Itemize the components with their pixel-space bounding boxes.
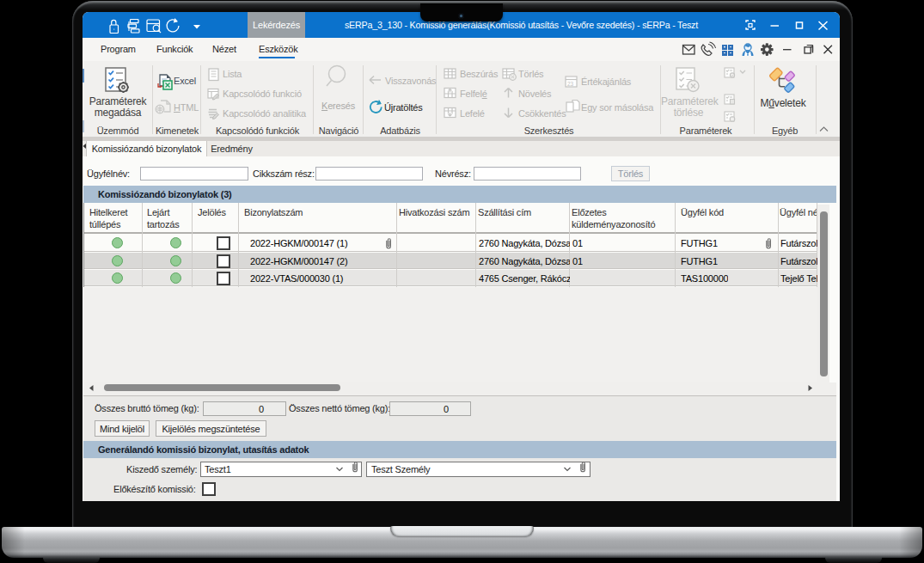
svg-text:23: 23 [567, 81, 573, 87]
